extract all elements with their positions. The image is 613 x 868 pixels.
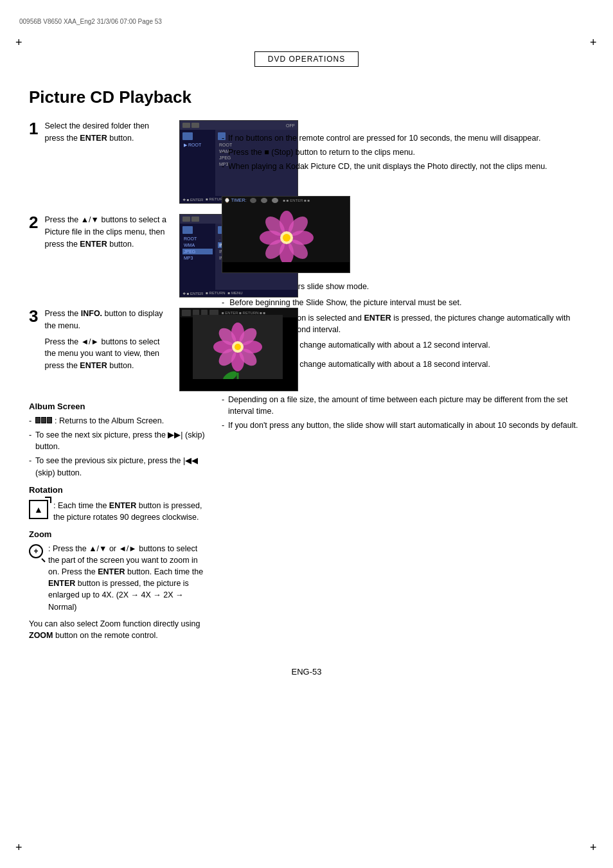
rotation-text: : Each time the ENTER button is pressed,… <box>53 500 209 523</box>
svg-point-24 <box>283 234 290 242</box>
crosshair-bl <box>14 844 24 854</box>
notes-list-right: If no buttons on the remote control are … <box>222 132 584 172</box>
album-bullet-2: To see the next six picture, press the ▶… <box>29 429 209 452</box>
album-bullet-1: : Returns to the Album Screen. <box>29 415 209 427</box>
crosshair-tl <box>14 39 24 49</box>
zoom-title: Zoom <box>29 529 209 539</box>
ss-icon-1: ⌚ TIMER: <box>224 198 247 203</box>
ss-controls: ■ ■ ENTER ■ ■ <box>283 199 310 202</box>
section-header: DVD OPERATIONS <box>254 51 359 67</box>
page-title: Picture CD Playback <box>29 87 584 107</box>
left-column: 1 Select the desired folder then press t… <box>29 120 209 648</box>
ss-circle-3 <box>272 198 278 203</box>
zoom-extra-text: You can also select Zoom function direct… <box>29 618 209 641</box>
photo-screen-3: ■ ENTER ■ RETURN ■ ■ <box>179 308 298 391</box>
album-bullet-3: To see the previous six picture, press t… <box>29 455 209 478</box>
pt-icon-1 <box>182 310 191 316</box>
flower-image <box>193 315 283 379</box>
main-layout: 1 Select the desired folder then press t… <box>29 120 584 648</box>
zoom-block: + : Press the ▲/▼ or ◄/► buttons to sele… <box>29 543 209 613</box>
rotation-title: Rotation <box>29 485 209 495</box>
ss-text-2: Before beginning the Slide Show, the pic… <box>229 297 461 308</box>
note-r-2: Press the ■ (Stop) button to return to t… <box>222 146 584 158</box>
rotation-icon: ▲ <box>29 500 48 519</box>
step-2: 2 Press the ▲/▼ buttons to select a Pict… <box>29 214 209 297</box>
note-b-2: If you don't press any button, the slide… <box>222 420 584 431</box>
zoom-text: : Press the ▲/▼ or ◄/► buttons to select… <box>48 543 209 613</box>
zoom-plus: + <box>33 547 38 556</box>
ss-circle-2 <box>261 198 267 203</box>
page-content: DVD OPERATIONS Picture CD Playback 1 Sel… <box>29 51 584 696</box>
s-item-root: ▶ ROOT <box>182 142 213 148</box>
ss-toolbar: ⌚ TIMER: ■ ■ ENTER ■ ■ <box>222 197 350 204</box>
note-b-1: Depending on a file size, the amount of … <box>222 394 584 417</box>
tb-icon-3 <box>182 217 190 222</box>
ss-item-2: - Before beginning the Slide Show, the p… <box>222 297 584 308</box>
slideshow-screen: ⌚ TIMER: ■ ■ ENTER ■ ■ <box>222 196 350 273</box>
step-3-image: ■ ENTER ■ RETURN ■ ■ <box>179 308 298 391</box>
meta-text: 00956B V8650 XAA_Eng2 31/3/06 07:00 Page… <box>19 18 162 25</box>
step-3: 3 Press the INFO. button to display the … <box>29 308 209 391</box>
notes-list-bottom: Depending on a file size, the amount of … <box>222 394 584 431</box>
screen-2-sidebar: ROOT WMA JPEG MP3 <box>180 224 215 293</box>
step-3-number: 3 <box>29 308 38 324</box>
step-2-text: Press the ▲/▼ buttons to select a Pictur… <box>44 214 170 250</box>
step-3-text: Press the INFO. button to display the me… <box>44 308 170 372</box>
rotation-icon-symbol: ▲ <box>34 504 43 515</box>
page-number: ENG-53 <box>292 667 322 677</box>
step-1-text: Select the desired folder then press the… <box>44 120 170 145</box>
screen-1-sidebar: ▶ ROOT <box>180 130 215 199</box>
step-2-content: 2 Press the ▲/▼ buttons to select a Pict… <box>29 214 170 297</box>
album-screen-title: Album Screen <box>29 402 209 411</box>
svg-point-11 <box>235 344 241 350</box>
step-2-number: 2 <box>29 214 38 231</box>
filmstrip-icon <box>35 417 52 423</box>
zoom-icon: + <box>29 544 43 558</box>
screen-2-statusbar: ❖ ■ ENTER ■ RETURN ■ MENU <box>180 290 298 297</box>
crosshair-tr <box>589 39 599 49</box>
crosshair-br <box>589 844 599 854</box>
tb-icon-1 <box>182 123 190 128</box>
note-r-1: If no buttons on the remote control are … <box>222 132 584 144</box>
step-3-content: 3 Press the INFO. button to display the … <box>29 308 170 391</box>
tb-icon-4 <box>191 217 199 222</box>
slideshow-flower <box>222 204 350 262</box>
tb-icon-2 <box>191 123 199 128</box>
screen-1-toolbar: OFF <box>180 121 298 130</box>
zoom-handle <box>41 558 45 562</box>
step-1-content: 1 Select the desired folder then press t… <box>29 120 170 204</box>
step-1: 1 Select the desired folder then press t… <box>29 120 209 204</box>
step-1-number: 1 <box>29 120 38 137</box>
slide-show-section: Slide Show ⌚ TIMER: ■ ■ ENTER ■ ■ <box>222 181 584 431</box>
rotation-block: ▲ : Each time the ENTER button is presse… <box>29 500 209 523</box>
note-r-3: When playing a Kodak Picture CD, the uni… <box>222 161 584 172</box>
ss-text-3: : When this icon is selected and ENTER i… <box>249 312 584 335</box>
album-screen-list: : Returns to the Album Screen. To see th… <box>29 415 209 479</box>
ss-circle-1 <box>250 198 256 203</box>
page-footer: ENG-53 <box>29 667 584 696</box>
header-meta: 00956B V8650 XAA_Eng2 31/3/06 07:00 Page… <box>19 18 162 25</box>
rotation-arrow <box>45 497 51 503</box>
